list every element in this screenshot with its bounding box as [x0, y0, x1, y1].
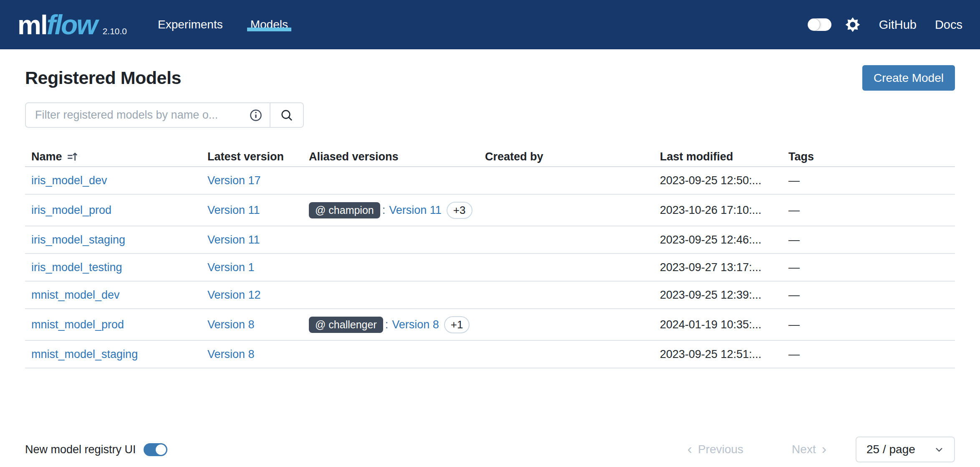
last-modified-cell: 2023-09-25 12:50:...: [654, 174, 782, 187]
latest-version-link[interactable]: Version 8: [207, 348, 255, 361]
column-header-name[interactable]: Name: [25, 150, 201, 163]
latest-version-link[interactable]: Version 1: [207, 261, 255, 274]
navbar-right: GitHub Docs: [808, 0, 962, 49]
chevron-left-icon: ‹: [687, 442, 692, 456]
mlflow-logo[interactable]: ml flow 2.10.0: [18, 9, 127, 41]
tab-experiments[interactable]: Experiments: [157, 18, 224, 31]
alias-separator: :: [382, 204, 386, 217]
model-name-link[interactable]: iris_model_staging: [31, 234, 125, 246]
navbar-left: ml flow 2.10.0 Experiments Models: [18, 0, 315, 49]
last-modified-cell: 2023-09-27 13:17:...: [654, 261, 782, 274]
github-link[interactable]: GitHub: [879, 18, 917, 32]
docs-link[interactable]: Docs: [935, 18, 962, 32]
tags-cell: —: [782, 234, 955, 246]
tags-cell: —: [782, 348, 955, 361]
last-modified-cell: 2024-01-19 10:35:...: [654, 318, 782, 331]
footer-bar: New model registry UI ‹ Previous Next › …: [25, 437, 955, 462]
alias-version-link[interactable]: Version 11: [389, 204, 442, 217]
column-header-last-modified: Last modified: [654, 150, 782, 163]
column-name-label: Name: [31, 150, 62, 163]
page-size-value: 25 / page: [866, 443, 915, 456]
table-row: mnist_model_dev Version 12 2023-09-25 12…: [25, 282, 955, 309]
latest-version-link[interactable]: Version 8: [207, 318, 255, 331]
theme-toggle-knob: [808, 19, 820, 30]
pagination: ‹ Previous Next › 25 / page: [687, 437, 955, 462]
version-label: 2.10.0: [103, 26, 127, 36]
registered-models-table: Name Latest version Aliased versions Cre…: [25, 147, 955, 368]
table-row: iris_model_prod Version 11 @ champion : …: [25, 195, 955, 226]
logo-ml-text: ml: [18, 10, 47, 41]
last-modified-cell: 2023-09-25 12:39:...: [654, 289, 782, 302]
last-modified-cell: 2023-10-26 17:10:...: [654, 204, 782, 217]
next-label: Next: [792, 443, 816, 456]
model-filter-group: [25, 102, 304, 128]
info-icon[interactable]: [250, 109, 262, 122]
model-name-link[interactable]: mnist_model_staging: [31, 348, 138, 361]
page-title: Registered Models: [25, 68, 181, 88]
latest-version-link[interactable]: Version 11: [207, 204, 260, 217]
tab-models-label: Models: [250, 18, 288, 31]
latest-version-link[interactable]: Version 11: [207, 234, 260, 246]
table-row: mnist_model_prod Version 8 @ challenger …: [25, 309, 955, 341]
alias-badge[interactable]: @ challenger: [309, 317, 383, 333]
tags-cell: —: [782, 261, 955, 274]
latest-version-link[interactable]: Version 17: [207, 174, 261, 187]
table-row: iris_model_staging Version 11 2023-09-25…: [25, 226, 955, 254]
table-row: iris_model_dev Version 17 2023-09-25 12:…: [25, 167, 955, 195]
model-name-link[interactable]: mnist_model_prod: [31, 318, 124, 331]
column-header-aliased-versions: Aliased versions: [303, 150, 479, 163]
gear-icon[interactable]: [845, 17, 861, 33]
tags-cell: —: [782, 204, 955, 217]
theme-toggle[interactable]: [808, 18, 831, 31]
toggle-knob: [156, 444, 166, 455]
page-header: Registered Models Create Model: [25, 65, 955, 91]
last-modified-cell: 2023-09-25 12:46:...: [654, 234, 782, 246]
alias-badge[interactable]: @ champion: [309, 202, 380, 218]
table-row: iris_model_testing Version 1 2023-09-27 …: [25, 254, 955, 282]
last-modified-cell: 2023-09-25 12:51:...: [654, 348, 782, 361]
alias-separator: :: [385, 318, 389, 331]
model-name-link[interactable]: mnist_model_dev: [31, 289, 120, 302]
create-model-button[interactable]: Create Model: [862, 65, 955, 91]
tags-cell: —: [782, 289, 955, 302]
alias-more-pill[interactable]: +3: [447, 202, 472, 219]
latest-version-link[interactable]: Version 12: [207, 289, 261, 302]
column-header-tags: Tags: [782, 150, 955, 163]
top-navbar: ml flow 2.10.0 Experiments Models GitHub…: [0, 0, 980, 49]
tab-models[interactable]: Models: [250, 18, 289, 31]
new-registry-ui-toggle[interactable]: [144, 443, 167, 456]
column-header-latest-version: Latest version: [201, 150, 303, 163]
table-row: mnist_model_staging Version 8 2023-09-25…: [25, 341, 955, 368]
alias-more-pill[interactable]: +1: [444, 316, 470, 333]
chevron-down-icon: [934, 444, 944, 454]
next-page-button[interactable]: Next ›: [792, 442, 826, 457]
previous-label: Previous: [698, 443, 743, 456]
main-content: Registered Models Create Model Name: [0, 65, 980, 368]
aliased-versions-cell: @ champion : Version 11 +3: [303, 202, 479, 219]
search-icon: [280, 109, 293, 122]
chevron-right-icon: ›: [822, 442, 826, 456]
sort-ascending-icon: [67, 151, 78, 162]
aliased-versions-cell: @ challenger : Version 8 +1: [303, 316, 479, 333]
registry-ui-toggle-group: New model registry UI: [25, 443, 167, 456]
search-button[interactable]: [270, 103, 303, 127]
logo-flow-text: flow: [47, 9, 97, 41]
model-name-link[interactable]: iris_model_testing: [31, 261, 122, 274]
tab-experiments-label: Experiments: [158, 18, 223, 31]
column-header-created-by: Created by: [479, 150, 654, 163]
search-input[interactable]: [26, 109, 250, 122]
tags-cell: —: [782, 174, 955, 187]
nav-tabs: Experiments Models: [157, 18, 315, 31]
registry-ui-toggle-label: New model registry UI: [25, 443, 136, 456]
model-name-link[interactable]: iris_model_dev: [31, 174, 107, 187]
model-name-link[interactable]: iris_model_prod: [31, 204, 111, 217]
page-size-select[interactable]: 25 / page: [856, 437, 955, 462]
previous-page-button[interactable]: ‹ Previous: [687, 442, 743, 457]
tags-cell: —: [782, 318, 955, 331]
table-header-row: Name Latest version Aliased versions Cre…: [25, 147, 955, 167]
alias-version-link[interactable]: Version 8: [392, 318, 439, 331]
